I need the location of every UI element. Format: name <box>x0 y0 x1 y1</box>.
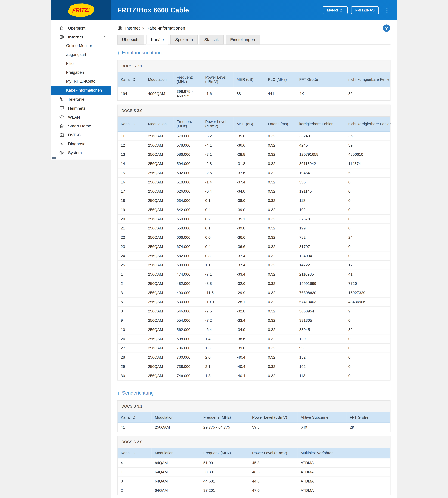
table-cell: 0.4 <box>202 242 234 251</box>
table-cell: 2K <box>347 423 390 432</box>
table-row: 10256QAM562.000-6.4-34.90.328804532 <box>118 325 390 334</box>
table-header-row: Kanal IDModulationFrequenz (MHz)Power Le… <box>118 116 390 131</box>
table-cell: 738.000 <box>174 362 202 371</box>
table-cell: 24 <box>118 251 145 261</box>
fritz-logo: FRITZ! <box>51 0 111 20</box>
sidebar-nav: ÜbersichtInternetOnline-MonitorZugangsar… <box>51 24 111 157</box>
table-cell: 3 <box>118 288 145 298</box>
downstream-docsis31-block: DOCSIS 3.1 Kanal IDModulationFrequenz (M… <box>117 60 390 101</box>
table-cell: 554.000 <box>174 316 202 325</box>
table-cell: 36 <box>345 132 390 141</box>
table-cell: -39.0 <box>233 224 265 233</box>
table-cell: 256QAM <box>145 334 174 344</box>
tab-bersicht[interactable]: Übersicht <box>117 35 144 44</box>
table-cell: 23 <box>118 242 145 251</box>
table-row: 1256QAM474.000-7.1-33.40.32211098541 <box>118 270 390 279</box>
sidebar-item-smart-home[interactable]: Smart Home <box>51 121 111 130</box>
sidebar-item-bersicht[interactable]: Übersicht <box>51 24 111 33</box>
sidebar-item-label: Diagnose <box>68 141 85 146</box>
table-cell: 1 <box>118 270 145 279</box>
sidebar-item-system[interactable]: System <box>51 148 111 157</box>
fritznas-button[interactable]: FRITZ!NAS <box>351 6 379 14</box>
sidebar-subitem-filter[interactable]: Filter <box>51 59 111 68</box>
table-row: 6256QAM530.000-10.3-28.10.32574134034843… <box>118 297 390 307</box>
svg-text:FRITZ!: FRITZ! <box>72 6 90 14</box>
help-button[interactable]: ? <box>383 24 390 32</box>
table-cell: 256QAM <box>145 251 174 261</box>
sidebar-subitem-online-monitor[interactable]: Online-Monitor <box>51 41 111 50</box>
table-cell: 45.3 <box>249 458 298 467</box>
table-cell: 256QAM <box>145 141 174 150</box>
table-cell: 11 <box>118 132 145 141</box>
page-root: FRITZ! FRITZ!Box 6660 Cable MyFRITZ! FRI… <box>0 0 448 498</box>
sidebar-item-wlan[interactable]: WLAN <box>51 113 111 121</box>
table-cell: 0.32 <box>265 288 296 298</box>
table-cell: 256QAM <box>145 196 174 205</box>
smart-home-icon <box>59 123 64 129</box>
table-cell: 118 <box>296 196 345 205</box>
table-cell: -38.6 <box>233 196 265 205</box>
table-cell: 1.1 <box>202 261 234 270</box>
tab-einstellungen[interactable]: Einstellungen <box>225 35 260 44</box>
column-header: Aktive Subcarrier <box>297 412 347 423</box>
table-cell: 7726 <box>345 279 390 288</box>
tab-kan-le[interactable]: Kanäle <box>146 35 169 44</box>
sidebar-scrollbar-thumb[interactable] <box>52 157 56 159</box>
table-cell: -40.4 <box>233 353 265 362</box>
table-cell: -35.8 <box>233 132 265 141</box>
table-cell: -7.5 <box>202 307 234 316</box>
table-cell: 39 <box>345 141 390 150</box>
table-cell: -1.4 <box>202 178 234 187</box>
table-row: 12256QAM578.000-4.1-36.60.32424539 <box>118 141 390 150</box>
sidebar-subitem-myfritz-konto[interactable]: MyFRITZ!-Konto <box>51 77 111 86</box>
table-cell: 594.000 <box>174 159 202 168</box>
sidebar-item-dvb-c[interactable]: DVB-C <box>51 130 111 139</box>
table-cell: 51.001 <box>200 458 249 467</box>
table-cell: 0.32 <box>265 316 296 325</box>
downstream-docsis31-table: Kanal IDModulationFrequenz (MHz)Power Le… <box>118 72 390 100</box>
table-cell: 0 <box>345 362 390 371</box>
sidebar-subitem-freigaben[interactable]: Freigaben <box>51 68 111 77</box>
column-header: nicht korrigierbare Fehler <box>345 116 390 131</box>
table-cell: 602.000 <box>174 168 202 178</box>
sidebar-item-diagnose[interactable]: Diagnose <box>51 139 111 148</box>
tab-spektrum[interactable]: Spektrum <box>171 35 198 44</box>
table-cell: 0 <box>345 215 390 224</box>
table-cell: 4856610 <box>345 150 390 159</box>
myfritz-button[interactable]: MyFRITZ! <box>323 6 348 14</box>
table-cell: 0.32 <box>265 279 296 288</box>
table-cell: 0 <box>345 178 390 187</box>
column-header: Kanal ID <box>118 72 145 87</box>
table-row: 18256QAM634.0000.1-38.60.321180 <box>118 196 390 205</box>
sidebar-item-heimnetz[interactable]: Heimnetz <box>51 104 111 113</box>
table-row: 364QAM44.60144.8ATDMA <box>118 477 390 486</box>
table-cell: 0.32 <box>265 233 296 242</box>
downstream-docsis30-block: DOCSIS 3.0 Kanal IDModulationFrequenz (M… <box>117 105 390 381</box>
table-cell: 120791658 <box>296 150 345 159</box>
table-cell: 746.000 <box>174 371 202 380</box>
table-cell: 48.3 <box>249 467 298 477</box>
table-cell: 194 <box>118 87 145 100</box>
sidebar-subitem-kabel-informationen[interactable]: Kabel-Informationen <box>51 86 111 95</box>
table-cell: 162 <box>296 362 345 371</box>
table-cell: 570.000 <box>174 132 202 141</box>
column-header: Latenz (ms) <box>265 116 296 131</box>
table-cell: 48436906 <box>345 297 390 307</box>
breadcrumb-internet[interactable]: Internet <box>125 26 140 31</box>
sidebar-item-label: Internet <box>68 34 83 39</box>
table-cell: -32.6 <box>233 279 265 288</box>
table-cell: 782 <box>296 233 345 242</box>
kebab-menu-icon[interactable]: ⋮ <box>382 7 392 13</box>
sidebar-subitem-zugangsart[interactable]: Zugangsart <box>51 50 111 59</box>
table-cell: 0.32 <box>265 224 296 233</box>
column-header: MER (dB) <box>233 72 265 87</box>
table-cell: -2.8 <box>202 159 234 168</box>
tab-statistik[interactable]: Statistik <box>200 35 224 44</box>
sidebar-item-internet[interactable]: Internet <box>51 33 111 41</box>
table-cell: 0.32 <box>265 205 296 215</box>
table-cell: -8.8 <box>202 279 234 288</box>
sidebar-item-telefonie[interactable]: Telefonie <box>51 95 111 104</box>
table-cell: 30 <box>118 371 145 380</box>
table-cell: 37578 <box>296 215 345 224</box>
table-cell: 95 <box>296 344 345 353</box>
